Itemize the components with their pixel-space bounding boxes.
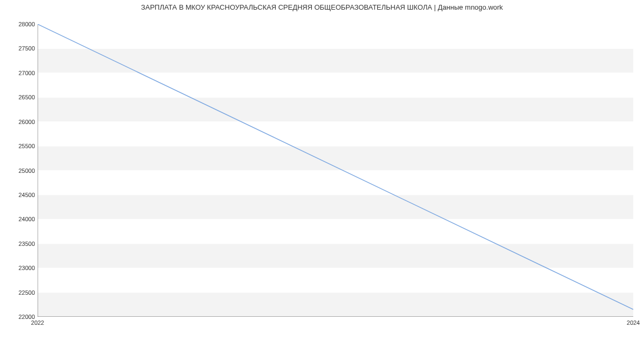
y-axis-tick-label: 22500 (3, 289, 35, 296)
y-axis-tick-label: 26500 (3, 94, 35, 100)
svg-rect-7 (38, 122, 633, 146)
chart-title: ЗАРПЛАТА В МКОУ КРАСНОУРАЛЬСКАЯ СРЕДНЯЯ … (0, 3, 644, 11)
svg-rect-4 (38, 195, 633, 219)
plot-area (38, 24, 633, 317)
svg-rect-10 (38, 48, 633, 72)
y-axis-tick-label: 28000 (3, 21, 35, 27)
y-axis-tick-label: 25500 (3, 143, 35, 149)
svg-rect-3 (38, 219, 633, 243)
y-axis-tick-label: 22000 (3, 314, 35, 320)
svg-rect-9 (38, 73, 633, 97)
svg-rect-5 (38, 171, 633, 195)
svg-rect-2 (38, 244, 633, 268)
y-axis-tick-label: 24500 (3, 192, 35, 198)
y-axis-tick-label: 27000 (3, 70, 35, 76)
y-axis-tick-label: 25000 (3, 168, 35, 174)
x-axis-tick-label: 2024 (627, 319, 640, 326)
y-axis-tick-label: 27500 (3, 45, 35, 52)
svg-rect-0 (38, 293, 633, 317)
y-axis-tick-label: 23000 (3, 265, 35, 271)
y-axis-tick-label: 24000 (3, 216, 35, 222)
svg-rect-11 (38, 24, 633, 48)
chart-container: ЗАРПЛАТА В МКОУ КРАСНОУРАЛЬСКАЯ СРЕДНЯЯ … (0, 0, 644, 349)
x-axis-tick-label: 2022 (31, 319, 44, 326)
svg-rect-8 (38, 97, 633, 121)
svg-rect-1 (38, 268, 633, 292)
y-axis-tick-label: 23500 (3, 241, 35, 247)
y-axis-tick-label: 26000 (3, 119, 35, 125)
chart-svg (38, 24, 633, 317)
